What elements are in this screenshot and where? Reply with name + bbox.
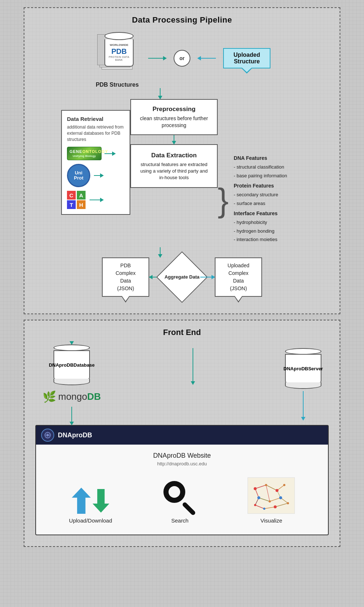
- pdb-to-or-arrow: [148, 58, 166, 59]
- visualize-graphic: [248, 477, 295, 514]
- website-body: DNAproDB Website http://dnaprodb.usc.edu…: [36, 445, 328, 535]
- svg-line-5: [255, 485, 266, 489]
- svg-point-22: [257, 496, 260, 499]
- svg-line-10: [270, 498, 281, 501]
- svg-point-26: [254, 504, 256, 506]
- or-to-preprocessing-arrow: [160, 88, 161, 99]
- upload-label: Upload/Download: [69, 517, 112, 524]
- server-to-website-arrow: [303, 391, 304, 420]
- frontend-title: Front End: [35, 328, 329, 337]
- or-circle: or: [174, 50, 190, 67]
- svg-point-27: [263, 508, 265, 510]
- upload-arrow: [72, 488, 91, 514]
- svg-line-9: [259, 498, 270, 501]
- svg-point-23: [269, 500, 271, 502]
- website-url: http://dnaprodb.usc.edu: [43, 461, 321, 466]
- website-title-bar: DNAproDB: [58, 431, 92, 439]
- svg-line-16: [264, 507, 275, 509]
- upload-download-feature: Upload/Download: [69, 488, 112, 524]
- cath-logo: C A T H: [67, 191, 124, 209]
- website-features: Upload/Download Search: [43, 474, 321, 527]
- dnaprodb-database-section: DNAproDB Database 🌿 mongoDB: [43, 344, 101, 425]
- features-brace: }: [218, 189, 229, 212]
- extraction-to-aggregate-arrow: [160, 247, 161, 257]
- svg-point-18: [254, 487, 257, 490]
- frontend-box: Front End DNAproDB Database: [24, 320, 340, 547]
- svg-line-15: [255, 505, 264, 509]
- data-extraction-box: Data Extraction structural features are …: [130, 144, 218, 188]
- svg-line-6: [266, 485, 277, 490]
- svg-line-12: [266, 485, 270, 501]
- svg-point-25: [287, 502, 289, 504]
- uploaded-structure: Uploaded Structure: [223, 48, 270, 68]
- svg-point-19: [265, 484, 267, 486]
- pipeline-box: Data Processing Pipeline WORLDWIDE: [24, 7, 340, 314]
- website-box: DNAproDB DNAproDB Website http://dnaprod…: [35, 425, 329, 535]
- website-header: DNAproDB: [36, 426, 328, 445]
- mongodb-logo: 🌿 mongoDB: [43, 391, 101, 402]
- pipeline-title: Data Processing Pipeline: [35, 15, 329, 25]
- svg-point-28: [274, 505, 277, 508]
- db-to-website-arrow: [71, 407, 72, 425]
- preprocessing-to-extraction-arrow: [174, 135, 174, 144]
- gene-ontology-logo: GENEONTOLOGY Unifying Biology: [67, 147, 124, 160]
- search-feature: Search: [163, 481, 196, 524]
- svg-line-8: [255, 489, 259, 498]
- up-arrow: [94, 175, 103, 176]
- go-arrow: [104, 153, 115, 154]
- cath-arrow: [90, 200, 103, 200]
- search-label: Search: [171, 517, 189, 524]
- preprocessing-box: Preprocessing clean structures before fu…: [130, 99, 218, 135]
- visualize-label: Visualize: [261, 517, 282, 524]
- website-logo: [41, 429, 54, 442]
- aggregate-diamond: Aggregate Data: [164, 259, 200, 295]
- pdb-complex-json: PDB Complex Data (JSON): [102, 257, 149, 303]
- dnaprodb-server-section: DNAproDB Server: [285, 344, 321, 420]
- dnaprodb-db-cylinder: DNAproDB Database: [54, 344, 90, 385]
- pdb-label: PDB Structures: [96, 82, 139, 88]
- download-arrow: [92, 489, 109, 513]
- uploaded-complex-json: Uploaded Complex Data (JSON): [215, 257, 262, 303]
- data-retrieval-box: Data Retrieval additional data retrieved…: [61, 110, 130, 215]
- center-arrow: [193, 348, 193, 385]
- svg-point-20: [276, 489, 278, 492]
- upload-download-arrows: [72, 488, 109, 514]
- pdb-cylinder: WORLDWIDE PDB PROTEIN DATA BANK PDB Stru…: [94, 32, 141, 88]
- visualize-feature: Visualize: [248, 477, 295, 524]
- aggregate-to-uploaded-arrow: [200, 277, 215, 277]
- svg-point-21: [283, 484, 285, 486]
- features-sidebar: DNA Features - structural classification…: [230, 150, 303, 247]
- search-icon-big: [163, 481, 196, 514]
- uploaded-to-or-arrow: [198, 58, 216, 59]
- svg-line-17: [275, 503, 288, 507]
- uniprot-logo: UniProt: [67, 164, 124, 187]
- svg-point-24: [279, 496, 282, 499]
- dnaprodb-server-cylinder: DNAproDB Server: [285, 348, 321, 389]
- center-to-website: [193, 344, 193, 385]
- website-name: DNAproDB Website: [43, 452, 321, 460]
- main-container: Data Processing Pipeline WORLDWIDE: [24, 7, 340, 547]
